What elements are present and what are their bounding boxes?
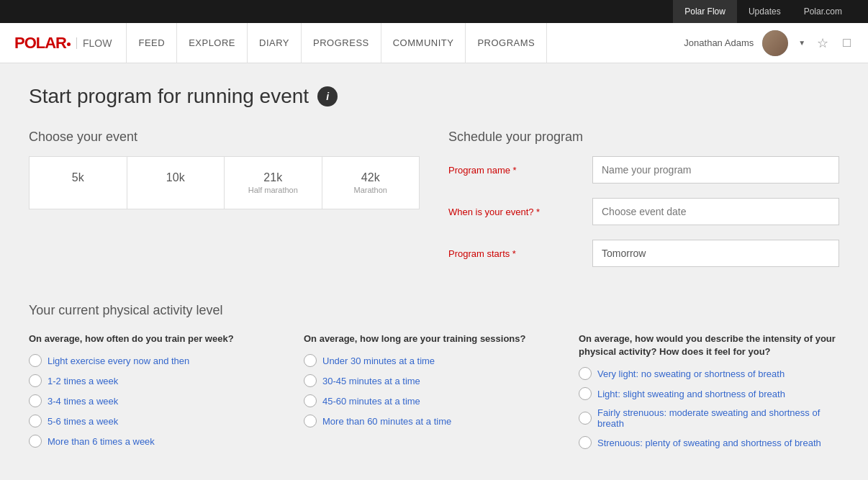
messages-icon[interactable]: □ (840, 32, 854, 53)
radio-light-intensity-circle (579, 387, 592, 400)
radio-1-2-times[interactable]: 1-2 times a week (29, 374, 289, 387)
main-nav: POLAR FLOW FEED EXPLORE DIARY PROGRESS C… (0, 23, 868, 63)
schedule-program-title: Schedule your program (448, 130, 839, 145)
nav-programs[interactable]: PROGRAMS (466, 23, 547, 63)
radio-under-30-label: Under 30 minutes at a time (322, 356, 435, 366)
radio-over-60-circle (304, 415, 317, 427)
intensity-title: On average, how would you describe the i… (579, 332, 839, 358)
activity-columns: On average, how often do you train per w… (29, 332, 839, 456)
nav-feed[interactable]: FEED (126, 23, 177, 63)
logo-flow: FLOW (76, 37, 112, 49)
choose-event-title: Choose your event (29, 130, 420, 145)
radio-30-45[interactable]: 30-45 minutes at a time (304, 374, 564, 387)
activity-level-section: Your current physical activity level On … (29, 303, 839, 456)
radio-very-light-circle (579, 367, 592, 380)
favorite-icon[interactable]: ☆ (814, 32, 831, 54)
program-name-label: Program name * (448, 165, 592, 176)
page-title-text: Start program for running event (29, 85, 309, 108)
radio-light-exercise-label: Light exercise every now and then (48, 356, 189, 366)
event-tab-42k-label: 42k (361, 171, 380, 184)
radio-45-60[interactable]: 45-60 minutes at a time (304, 394, 564, 407)
nav-right: Jonathan Adams ▼ ☆ □ (684, 30, 854, 56)
event-tab-10k[interactable]: 10k (127, 157, 225, 209)
radio-fairly-strenuous-circle (579, 412, 592, 425)
nav-diary[interactable]: DIARY (248, 23, 302, 63)
logo[interactable]: POLAR FLOW (14, 34, 112, 53)
event-date-label: When is your event? * (448, 207, 592, 217)
event-tabs: 5k 10k 21k Half marathon 42k Marathon (29, 156, 420, 209)
logo-polar: POLAR (14, 34, 71, 53)
radio-30-45-label: 30-45 minutes at a time (322, 376, 420, 386)
radio-45-60-circle (304, 394, 317, 407)
radio-1-2-times-label: 1-2 times a week (48, 376, 118, 386)
nav-links: FEED EXPLORE DIARY PROGRESS COMMUNITY PR… (126, 23, 684, 63)
event-tab-21k-label: 21k (263, 171, 282, 184)
radio-5-6-times-label: 5-6 times a week (48, 416, 118, 427)
radio-3-4-times[interactable]: 3-4 times a week (29, 394, 289, 407)
event-tab-42k-sublabel: Marathon (330, 186, 412, 194)
frequency-title: On average, how often do you train per w… (29, 332, 289, 345)
nav-progress[interactable]: PROGRESS (302, 23, 381, 63)
username: Jonathan Adams (684, 37, 754, 48)
event-date-row: When is your event? * (448, 198, 839, 225)
choose-event-section: Choose your event 5k 10k 21k Half marath… (29, 130, 420, 281)
topbar-updates[interactable]: Updates (737, 0, 792, 23)
topbar-polar-com[interactable]: Polar.com (792, 0, 854, 23)
event-tab-42k[interactable]: 42k Marathon (322, 157, 420, 209)
radio-strenuous-circle (579, 436, 592, 449)
radio-fairly-strenuous[interactable]: Fairly strenuous: moderate sweating and … (579, 407, 839, 429)
radio-light-intensity-label: Light: slight sweating and shortness of … (597, 389, 785, 399)
radio-strenuous-label: Strenuous: plenty of sweating and shortn… (597, 438, 821, 448)
top-bar: Polar Flow Updates Polar.com (0, 0, 868, 23)
duration-column: On average, how long are your training s… (304, 332, 564, 456)
program-name-input[interactable] (592, 156, 839, 184)
user-dropdown-arrow[interactable]: ▼ (798, 39, 805, 47)
radio-5-6-times-circle (29, 415, 42, 427)
radio-6plus-times-circle (29, 435, 42, 448)
radio-3-4-times-label: 3-4 times a week (48, 396, 118, 407)
frequency-column: On average, how often do you train per w… (29, 332, 289, 456)
event-tab-5k[interactable]: 5k (30, 157, 127, 209)
main-content: Start program for running event i Choose… (0, 63, 868, 480)
radio-strenuous[interactable]: Strenuous: plenty of sweating and shortn… (579, 436, 839, 449)
program-name-row: Program name * (448, 156, 839, 184)
info-icon[interactable]: i (317, 86, 338, 107)
nav-explore[interactable]: EXPLORE (177, 23, 248, 63)
radio-6plus-times-label: More than 6 times a week (48, 436, 155, 447)
radio-light-intensity[interactable]: Light: slight sweating and shortness of … (579, 387, 839, 400)
radio-5-6-times[interactable]: 5-6 times a week (29, 415, 289, 427)
event-tab-21k[interactable]: 21k Half marathon (225, 157, 322, 209)
radio-6plus-times[interactable]: More than 6 times a week (29, 435, 289, 448)
radio-45-60-label: 45-60 minutes at a time (322, 396, 420, 407)
event-tab-5k-label: 5k (72, 171, 84, 184)
radio-very-light-label: Very light: no sweating or shortness of … (597, 368, 785, 379)
radio-1-2-times-circle (29, 374, 42, 387)
topbar-polar-flow[interactable]: Polar Flow (673, 0, 737, 23)
program-starts-label: Program starts * (448, 248, 592, 259)
intensity-column: On average, how would you describe the i… (579, 332, 839, 456)
radio-over-60[interactable]: More than 60 minutes at a time (304, 415, 564, 427)
nav-community[interactable]: COMMUNITY (381, 23, 466, 63)
radio-3-4-times-circle (29, 394, 42, 407)
activity-level-title: Your current physical activity level (29, 303, 839, 318)
event-date-input[interactable] (592, 198, 839, 225)
radio-light-exercise-circle (29, 354, 42, 367)
event-tab-10k-label: 10k (166, 171, 185, 184)
radio-30-45-circle (304, 374, 317, 387)
top-section: Choose your event 5k 10k 21k Half marath… (29, 130, 839, 281)
radio-light-exercise[interactable]: Light exercise every now and then (29, 354, 289, 367)
schedule-program-section: Schedule your program Program name * Whe… (448, 130, 839, 281)
avatar-image (762, 30, 788, 56)
program-starts-row: Program starts * (448, 240, 839, 267)
radio-under-30[interactable]: Under 30 minutes at a time (304, 354, 564, 367)
duration-title: On average, how long are your training s… (304, 332, 564, 345)
event-tab-21k-sublabel: Half marathon (232, 186, 315, 194)
radio-under-30-circle (304, 354, 317, 367)
radio-fairly-strenuous-label: Fairly strenuous: moderate sweating and … (597, 407, 839, 429)
radio-very-light[interactable]: Very light: no sweating or shortness of … (579, 367, 839, 380)
program-starts-input[interactable] (592, 240, 839, 267)
page-title: Start program for running event i (29, 85, 839, 108)
radio-over-60-label: More than 60 minutes at a time (322, 416, 451, 427)
avatar[interactable] (762, 30, 788, 56)
